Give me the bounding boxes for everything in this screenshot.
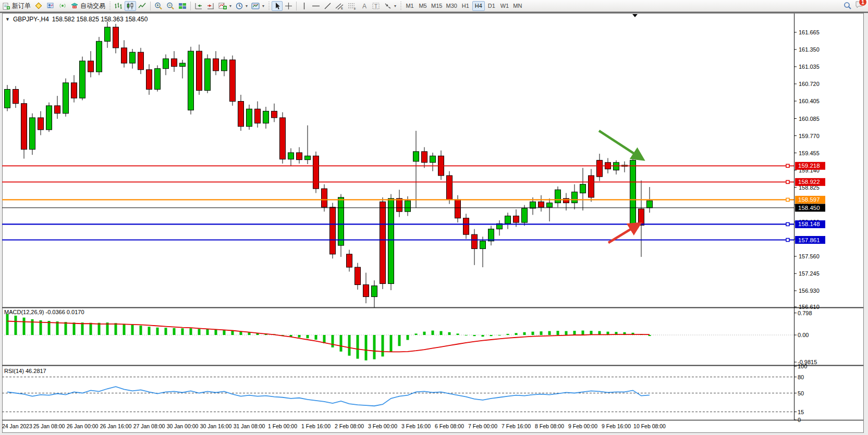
signal-waves-icon xyxy=(58,2,67,9)
timeframe-h4-button[interactable]: H4 xyxy=(472,1,485,11)
chevron-down-icon[interactable]: ▼ xyxy=(5,17,10,22)
rsi-value: 46.2817 xyxy=(26,368,46,374)
timeframe-mn-button[interactable]: MN xyxy=(511,1,524,11)
arrows-objects-button[interactable]: ▾ xyxy=(382,1,398,11)
rsi-name: RSI(14) xyxy=(4,368,24,374)
timeframe-m1-button[interactable]: M1 xyxy=(404,1,416,11)
auto-scroll-icon xyxy=(194,2,203,10)
auto-trading-icon xyxy=(70,2,79,9)
svg-text:E: E xyxy=(341,7,343,10)
toolbar: 新订单 自动交易 ▾ ▾ xyxy=(0,0,868,12)
new-order-label: 新订单 xyxy=(12,2,31,10)
toolbar-separator xyxy=(190,2,191,10)
crosshair-icon xyxy=(285,2,292,10)
rsi-indicator-label: RSI(14) 46.2817 xyxy=(4,368,46,374)
periods-button[interactable]: ▾ xyxy=(234,1,249,11)
zoom-in-icon xyxy=(154,2,163,10)
timeframe-d1-button[interactable]: D1 xyxy=(485,1,498,11)
search-icon[interactable] xyxy=(843,2,852,10)
new-order-icon xyxy=(3,2,10,10)
notifications-button[interactable]: 1 xyxy=(855,1,864,11)
new-order-button[interactable]: 新订单 xyxy=(1,1,32,11)
cursor-button[interactable] xyxy=(272,1,283,11)
timeframe-m5-button[interactable]: M5 xyxy=(417,1,429,11)
candlestick-chart-button[interactable] xyxy=(125,1,136,11)
svg-text:T: T xyxy=(374,3,377,9)
chevron-down-icon: ▾ xyxy=(394,4,396,8)
tile-windows-button[interactable] xyxy=(177,1,188,11)
timeframe-h1-button[interactable]: H1 xyxy=(459,1,472,11)
chart-window xyxy=(2,13,864,433)
candlestick-chart-icon xyxy=(126,2,135,10)
line-chart-icon xyxy=(138,2,146,10)
svg-text:F: F xyxy=(354,7,356,10)
text-icon: A xyxy=(361,2,368,10)
fibonacci-icon: F xyxy=(348,2,357,10)
indicators-button[interactable]: ▾ xyxy=(217,1,233,11)
arrow-objects-icon xyxy=(384,2,392,10)
equidistant-channel-icon: E xyxy=(335,2,344,10)
horizontal-line-icon xyxy=(312,2,320,10)
text-label-button[interactable]: T xyxy=(370,1,382,11)
macd-name: MACD(12,26,9) xyxy=(4,309,44,315)
timeframe-m30-button[interactable]: M30 xyxy=(444,1,458,11)
chevron-down-icon: ▾ xyxy=(262,4,264,8)
fibonacci-button[interactable]: F xyxy=(346,1,358,11)
timeframe-w1-button[interactable]: W1 xyxy=(498,1,511,11)
chart-title: ▼ GBPJPY-,H4 158.582 158.825 158.363 158… xyxy=(5,16,148,23)
chart-shift-button[interactable] xyxy=(205,1,216,11)
history-center-button[interactable] xyxy=(45,1,56,11)
templates-icon xyxy=(251,2,260,10)
ohlc-values: 158.582 158.825 158.363 158.450 xyxy=(52,16,148,23)
equidistant-channel-button[interactable]: E xyxy=(334,1,346,11)
chart-shift-icon xyxy=(206,2,215,10)
notification-badge: 1 xyxy=(859,0,867,6)
gold-diamond-icon xyxy=(34,2,43,9)
person-chart-icon xyxy=(46,2,55,9)
indicators-icon xyxy=(218,2,227,10)
trendline-button[interactable] xyxy=(322,1,333,11)
toolbar-grip xyxy=(400,2,401,10)
auto-trading-button[interactable]: 自动交易 xyxy=(69,1,107,11)
toolbar-grip xyxy=(109,2,111,10)
zoom-out-icon xyxy=(166,2,175,10)
trendline-icon xyxy=(324,2,332,10)
bar-chart-icon xyxy=(114,2,123,10)
line-chart-button[interactable] xyxy=(137,1,148,11)
toolbar-separator xyxy=(150,2,151,10)
templates-button[interactable]: ▾ xyxy=(250,1,266,11)
toolbar-grip xyxy=(268,2,270,10)
macd-indicator-label: MACD(12,26,9) -0.0366 0.0170 xyxy=(4,309,84,315)
crosshair-button[interactable] xyxy=(283,1,294,11)
clock-icon xyxy=(235,2,243,10)
horizontal-line-button[interactable] xyxy=(310,1,322,11)
vertical-line-button[interactable] xyxy=(299,1,310,11)
cursor-arrow-icon xyxy=(274,2,281,10)
zoom-out-button[interactable] xyxy=(165,1,176,11)
chevron-down-icon: ▾ xyxy=(246,4,248,8)
zoom-in-button[interactable] xyxy=(153,1,164,11)
text-label-icon: T xyxy=(372,2,380,10)
signals-button[interactable] xyxy=(57,1,68,11)
market-watch-button[interactable] xyxy=(33,1,44,11)
auto-scroll-button[interactable] xyxy=(193,1,204,11)
text-button[interactable]: A xyxy=(359,1,370,11)
vertical-line-icon xyxy=(301,2,308,10)
macd-values: -0.0366 0.0170 xyxy=(45,309,84,315)
svg-text:A: A xyxy=(362,3,366,10)
bar-chart-button[interactable] xyxy=(113,1,124,11)
symbol-timeframe-label: GBPJPY-,H4 xyxy=(13,16,49,23)
tile-windows-icon xyxy=(178,2,187,10)
toolbar-separator xyxy=(296,2,297,10)
timeframe-m15-button[interactable]: M15 xyxy=(430,1,444,11)
chevron-down-icon: ▾ xyxy=(229,4,231,8)
auto-trading-label: 自动交易 xyxy=(80,2,105,10)
